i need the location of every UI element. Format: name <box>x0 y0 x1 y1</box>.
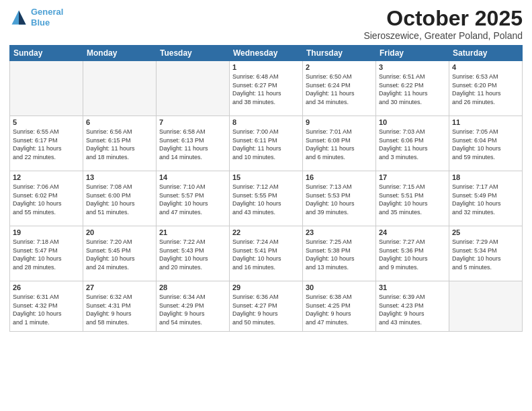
day-number: 23 <box>306 228 373 236</box>
day-number: 27 <box>86 283 153 291</box>
day-info: Sunrise: 7:01 AMSunset: 6:08 PMDaylight:… <box>306 128 373 161</box>
day-info: Sunrise: 6:50 AMSunset: 6:24 PMDaylight:… <box>306 73 373 106</box>
day-number: 12 <box>13 173 80 181</box>
day-number: 13 <box>86 173 153 181</box>
day-info: Sunrise: 7:10 AMSunset: 5:57 PMDaylight:… <box>159 183 226 216</box>
day-number: 1 <box>232 63 300 71</box>
day-number: 15 <box>232 173 300 181</box>
day-number: 7 <box>159 118 226 126</box>
day-info: Sunrise: 7:18 AMSunset: 5:47 PMDaylight:… <box>13 238 80 271</box>
table-row: 26Sunrise: 6:31 AMSunset: 4:32 PMDayligh… <box>10 281 83 332</box>
day-number: 4 <box>452 63 519 71</box>
table-row: 27Sunrise: 6:32 AMSunset: 4:31 PMDayligh… <box>83 281 157 332</box>
table-row: 9Sunrise: 7:01 AMSunset: 6:08 PMDaylight… <box>303 116 376 171</box>
day-info: Sunrise: 6:55 AMSunset: 6:17 PMDaylight:… <box>13 128 80 161</box>
table-row: 29Sunrise: 6:36 AMSunset: 4:27 PMDayligh… <box>230 281 303 332</box>
table-row <box>157 61 230 116</box>
day-info: Sunrise: 7:00 AMSunset: 6:11 PMDaylight:… <box>232 128 300 161</box>
logo: General Blue <box>9 7 63 28</box>
logo-icon <box>9 8 28 27</box>
day-info: Sunrise: 7:27 AMSunset: 5:36 PMDaylight:… <box>379 238 446 271</box>
day-number: 22 <box>232 228 300 236</box>
day-number: 28 <box>159 283 226 291</box>
day-number: 18 <box>452 173 519 181</box>
table-row: 13Sunrise: 7:08 AMSunset: 6:00 PMDayligh… <box>83 171 157 226</box>
month-title: October 2025 <box>363 7 523 30</box>
table-row: 25Sunrise: 7:29 AMSunset: 5:34 PMDayligh… <box>449 226 523 281</box>
day-number: 10 <box>379 118 446 126</box>
table-row: 11Sunrise: 7:05 AMSunset: 6:04 PMDayligh… <box>449 116 523 171</box>
day-info: Sunrise: 7:29 AMSunset: 5:34 PMDaylight:… <box>452 238 519 271</box>
table-row: 21Sunrise: 7:22 AMSunset: 5:43 PMDayligh… <box>157 226 230 281</box>
col-sunday: Sunday <box>10 46 83 61</box>
col-monday: Monday <box>83 46 157 61</box>
day-info: Sunrise: 7:13 AMSunset: 5:53 PMDaylight:… <box>306 183 373 216</box>
col-saturday: Saturday <box>449 46 523 61</box>
day-number: 25 <box>452 228 519 236</box>
day-number: 6 <box>86 118 153 126</box>
table-row <box>83 61 157 116</box>
table-row: 1Sunrise: 6:48 AMSunset: 6:27 PMDaylight… <box>230 61 303 116</box>
day-info: Sunrise: 6:34 AMSunset: 4:29 PMDaylight:… <box>159 293 226 326</box>
calendar-header-row: Sunday Monday Tuesday Wednesday Thursday… <box>10 46 523 61</box>
day-number: 3 <box>379 63 446 71</box>
table-row: 12Sunrise: 7:06 AMSunset: 6:02 PMDayligh… <box>10 171 83 226</box>
title-block: October 2025 Sieroszewice, Greater Polan… <box>363 7 523 41</box>
table-row: 15Sunrise: 7:12 AMSunset: 5:55 PMDayligh… <box>230 171 303 226</box>
table-row: 20Sunrise: 7:20 AMSunset: 5:45 PMDayligh… <box>83 226 157 281</box>
day-info: Sunrise: 7:25 AMSunset: 5:38 PMDaylight:… <box>306 238 373 271</box>
day-info: Sunrise: 6:56 AMSunset: 6:15 PMDaylight:… <box>86 128 153 161</box>
day-number: 30 <box>306 283 373 291</box>
table-row: 16Sunrise: 7:13 AMSunset: 5:53 PMDayligh… <box>303 171 376 226</box>
day-info: Sunrise: 6:32 AMSunset: 4:31 PMDaylight:… <box>86 293 153 326</box>
day-number: 26 <box>13 283 80 291</box>
table-row: 6Sunrise: 6:56 AMSunset: 6:15 PMDaylight… <box>83 116 157 171</box>
day-info: Sunrise: 7:17 AMSunset: 5:49 PMDaylight:… <box>452 183 519 216</box>
day-number: 11 <box>452 118 519 126</box>
header: General Blue October 2025 Sieroszewice, … <box>9 7 523 41</box>
table-row: 30Sunrise: 6:38 AMSunset: 4:25 PMDayligh… <box>303 281 376 332</box>
day-number: 21 <box>159 228 226 236</box>
day-number: 14 <box>159 173 226 181</box>
day-info: Sunrise: 6:51 AMSunset: 6:22 PMDaylight:… <box>379 73 446 106</box>
table-row: 19Sunrise: 7:18 AMSunset: 5:47 PMDayligh… <box>10 226 83 281</box>
table-row: 17Sunrise: 7:15 AMSunset: 5:51 PMDayligh… <box>376 171 449 226</box>
table-row: 18Sunrise: 7:17 AMSunset: 5:49 PMDayligh… <box>449 171 523 226</box>
day-number: 8 <box>232 118 300 126</box>
col-wednesday: Wednesday <box>230 46 303 61</box>
day-info: Sunrise: 6:36 AMSunset: 4:27 PMDaylight:… <box>232 293 300 326</box>
calendar-table: Sunday Monday Tuesday Wednesday Thursday… <box>9 45 523 332</box>
table-row: 22Sunrise: 7:24 AMSunset: 5:41 PMDayligh… <box>230 226 303 281</box>
day-number: 5 <box>13 118 80 126</box>
table-row: 28Sunrise: 6:34 AMSunset: 4:29 PMDayligh… <box>157 281 230 332</box>
table-row: 31Sunrise: 6:39 AMSunset: 4:23 PMDayligh… <box>376 281 449 332</box>
location: Sieroszewice, Greater Poland, Poland <box>363 30 523 41</box>
table-row: 24Sunrise: 7:27 AMSunset: 5:36 PMDayligh… <box>376 226 449 281</box>
table-row: 14Sunrise: 7:10 AMSunset: 5:57 PMDayligh… <box>157 171 230 226</box>
day-number: 17 <box>379 173 446 181</box>
day-number: 31 <box>379 283 446 291</box>
day-number: 9 <box>306 118 373 126</box>
day-info: Sunrise: 7:20 AMSunset: 5:45 PMDaylight:… <box>86 238 153 271</box>
table-row: 3Sunrise: 6:51 AMSunset: 6:22 PMDaylight… <box>376 61 449 116</box>
table-row: 4Sunrise: 6:53 AMSunset: 6:20 PMDaylight… <box>449 61 523 116</box>
table-row <box>10 61 83 116</box>
table-row: 7Sunrise: 6:58 AMSunset: 6:13 PMDaylight… <box>157 116 230 171</box>
col-tuesday: Tuesday <box>157 46 230 61</box>
day-info: Sunrise: 6:58 AMSunset: 6:13 PMDaylight:… <box>159 128 226 161</box>
day-number: 19 <box>13 228 80 236</box>
table-row: 2Sunrise: 6:50 AMSunset: 6:24 PMDaylight… <box>303 61 376 116</box>
svg-marker-1 <box>19 10 26 24</box>
day-info: Sunrise: 7:22 AMSunset: 5:43 PMDaylight:… <box>159 238 226 271</box>
page: General Blue October 2025 Sieroszewice, … <box>0 0 532 411</box>
table-row: 10Sunrise: 7:03 AMSunset: 6:06 PMDayligh… <box>376 116 449 171</box>
day-number: 16 <box>306 173 373 181</box>
day-info: Sunrise: 7:15 AMSunset: 5:51 PMDaylight:… <box>379 183 446 216</box>
day-info: Sunrise: 7:05 AMSunset: 6:04 PMDaylight:… <box>452 128 519 161</box>
table-row: 5Sunrise: 6:55 AMSunset: 6:17 PMDaylight… <box>10 116 83 171</box>
day-info: Sunrise: 6:31 AMSunset: 4:32 PMDaylight:… <box>13 293 80 326</box>
day-info: Sunrise: 6:53 AMSunset: 6:20 PMDaylight:… <box>452 73 519 106</box>
table-row <box>449 281 523 332</box>
table-row: 8Sunrise: 7:00 AMSunset: 6:11 PMDaylight… <box>230 116 303 171</box>
day-info: Sunrise: 6:38 AMSunset: 4:25 PMDaylight:… <box>306 293 373 326</box>
